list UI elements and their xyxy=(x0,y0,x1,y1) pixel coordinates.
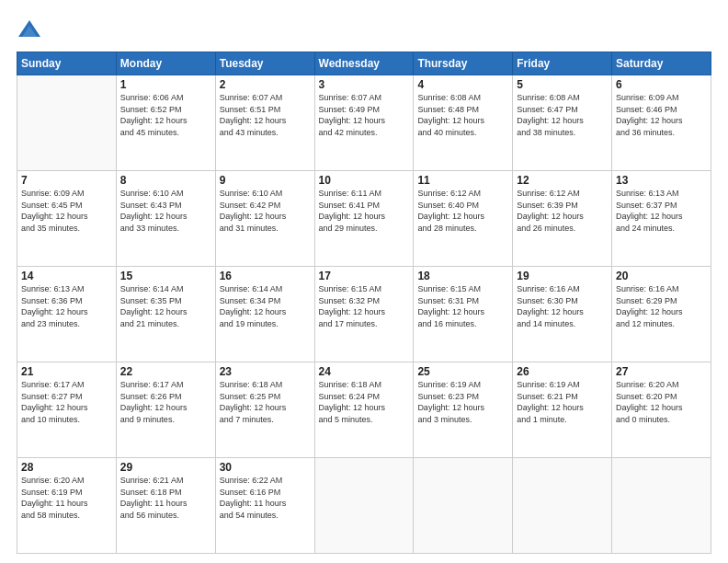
day-info: Sunrise: 6:14 AM Sunset: 6:34 PM Dayligh… xyxy=(220,283,311,329)
day-number: 13 xyxy=(616,174,707,187)
calendar-cell: 23Sunrise: 6:18 AM Sunset: 6:25 PM Dayli… xyxy=(215,362,314,458)
day-info: Sunrise: 6:11 AM Sunset: 6:41 PM Dayligh… xyxy=(319,188,410,234)
week-row-5: 28Sunrise: 6:20 AM Sunset: 6:19 PM Dayli… xyxy=(17,458,711,554)
day-number: 21 xyxy=(21,365,112,378)
day-info: Sunrise: 6:20 AM Sunset: 6:19 PM Dayligh… xyxy=(21,475,112,521)
calendar-cell: 10Sunrise: 6:11 AM Sunset: 6:41 PM Dayli… xyxy=(314,171,414,267)
day-number: 16 xyxy=(220,270,311,282)
day-number: 22 xyxy=(120,365,211,378)
calendar-cell: 8Sunrise: 6:10 AM Sunset: 6:43 PM Daylig… xyxy=(116,171,215,267)
day-number: 3 xyxy=(319,78,410,91)
day-number: 2 xyxy=(220,78,311,91)
day-info: Sunrise: 6:14 AM Sunset: 6:35 PM Dayligh… xyxy=(120,283,211,329)
day-number: 28 xyxy=(21,461,112,474)
calendar-cell xyxy=(414,458,513,554)
header-row: SundayMondayTuesdayWednesdayThursdayFrid… xyxy=(17,52,711,75)
day-info: Sunrise: 6:07 AM Sunset: 6:51 PM Dayligh… xyxy=(220,92,311,138)
day-number: 10 xyxy=(319,174,410,187)
day-info: Sunrise: 6:17 AM Sunset: 6:27 PM Dayligh… xyxy=(21,379,112,425)
calendar-cell: 25Sunrise: 6:19 AM Sunset: 6:23 PM Dayli… xyxy=(414,362,513,458)
calendar-cell: 14Sunrise: 6:13 AM Sunset: 6:36 PM Dayli… xyxy=(17,267,117,362)
day-info: Sunrise: 6:21 AM Sunset: 6:18 PM Dayligh… xyxy=(120,475,211,521)
logo-icon xyxy=(17,17,42,42)
day-number: 26 xyxy=(517,365,608,378)
day-header-saturday: Saturday xyxy=(612,52,711,75)
calendar-cell: 13Sunrise: 6:13 AM Sunset: 6:37 PM Dayli… xyxy=(612,171,711,267)
day-info: Sunrise: 6:09 AM Sunset: 6:46 PM Dayligh… xyxy=(616,92,707,138)
day-info: Sunrise: 6:18 AM Sunset: 6:25 PM Dayligh… xyxy=(220,379,311,425)
day-info: Sunrise: 6:08 AM Sunset: 6:48 PM Dayligh… xyxy=(417,92,508,138)
calendar-cell xyxy=(612,458,711,554)
day-number: 24 xyxy=(319,365,410,378)
day-header-tuesday: Tuesday xyxy=(215,52,314,75)
calendar-cell xyxy=(513,458,612,554)
day-number: 1 xyxy=(120,78,211,91)
day-header-sunday: Sunday xyxy=(17,52,117,75)
week-row-3: 14Sunrise: 6:13 AM Sunset: 6:36 PM Dayli… xyxy=(17,267,711,362)
day-number: 4 xyxy=(417,78,508,91)
calendar-cell: 7Sunrise: 6:09 AM Sunset: 6:45 PM Daylig… xyxy=(17,171,117,267)
day-info: Sunrise: 6:09 AM Sunset: 6:45 PM Dayligh… xyxy=(21,188,112,234)
calendar-cell: 6Sunrise: 6:09 AM Sunset: 6:46 PM Daylig… xyxy=(612,75,711,171)
day-info: Sunrise: 6:19 AM Sunset: 6:21 PM Dayligh… xyxy=(517,379,608,425)
day-number: 12 xyxy=(517,174,608,187)
calendar-cell: 30Sunrise: 6:22 AM Sunset: 6:16 PM Dayli… xyxy=(215,458,314,554)
calendar-cell: 26Sunrise: 6:19 AM Sunset: 6:21 PM Dayli… xyxy=(513,362,612,458)
calendar-cell: 12Sunrise: 6:12 AM Sunset: 6:39 PM Dayli… xyxy=(513,171,612,267)
day-number: 6 xyxy=(616,78,707,91)
week-row-2: 7Sunrise: 6:09 AM Sunset: 6:45 PM Daylig… xyxy=(17,171,711,267)
day-number: 8 xyxy=(120,174,211,187)
day-number: 19 xyxy=(517,270,608,282)
day-info: Sunrise: 6:08 AM Sunset: 6:47 PM Dayligh… xyxy=(517,92,608,138)
day-info: Sunrise: 6:13 AM Sunset: 6:37 PM Dayligh… xyxy=(616,188,707,234)
day-info: Sunrise: 6:20 AM Sunset: 6:20 PM Dayligh… xyxy=(616,379,707,425)
calendar-cell: 2Sunrise: 6:07 AM Sunset: 6:51 PM Daylig… xyxy=(215,75,314,171)
week-row-4: 21Sunrise: 6:17 AM Sunset: 6:27 PM Dayli… xyxy=(17,362,711,458)
day-number: 14 xyxy=(21,270,112,282)
calendar-cell: 4Sunrise: 6:08 AM Sunset: 6:48 PM Daylig… xyxy=(414,75,513,171)
day-number: 23 xyxy=(220,365,311,378)
day-info: Sunrise: 6:17 AM Sunset: 6:26 PM Dayligh… xyxy=(120,379,211,425)
day-number: 30 xyxy=(220,461,311,474)
day-info: Sunrise: 6:06 AM Sunset: 6:52 PM Dayligh… xyxy=(120,92,211,138)
day-info: Sunrise: 6:12 AM Sunset: 6:39 PM Dayligh… xyxy=(517,188,608,234)
day-info: Sunrise: 6:16 AM Sunset: 6:30 PM Dayligh… xyxy=(517,283,608,329)
day-info: Sunrise: 6:13 AM Sunset: 6:36 PM Dayligh… xyxy=(21,283,112,329)
day-number: 11 xyxy=(417,174,508,187)
day-info: Sunrise: 6:12 AM Sunset: 6:40 PM Dayligh… xyxy=(417,188,508,234)
day-number: 7 xyxy=(21,174,112,187)
day-number: 27 xyxy=(616,365,707,378)
calendar-cell: 21Sunrise: 6:17 AM Sunset: 6:27 PM Dayli… xyxy=(17,362,117,458)
calendar-cell: 20Sunrise: 6:16 AM Sunset: 6:29 PM Dayli… xyxy=(612,267,711,362)
logo xyxy=(17,17,46,42)
day-number: 17 xyxy=(319,270,410,282)
day-info: Sunrise: 6:18 AM Sunset: 6:24 PM Dayligh… xyxy=(319,379,410,425)
calendar-cell: 19Sunrise: 6:16 AM Sunset: 6:30 PM Dayli… xyxy=(513,267,612,362)
day-number: 29 xyxy=(120,461,211,474)
page: SundayMondayTuesdayWednesdayThursdayFrid… xyxy=(0,0,728,563)
calendar-cell xyxy=(17,75,117,171)
calendar-cell: 29Sunrise: 6:21 AM Sunset: 6:18 PM Dayli… xyxy=(116,458,215,554)
calendar-cell: 9Sunrise: 6:10 AM Sunset: 6:42 PM Daylig… xyxy=(215,171,314,267)
day-info: Sunrise: 6:10 AM Sunset: 6:42 PM Dayligh… xyxy=(220,188,311,234)
calendar-cell: 22Sunrise: 6:17 AM Sunset: 6:26 PM Dayli… xyxy=(116,362,215,458)
day-number: 18 xyxy=(417,270,508,282)
day-info: Sunrise: 6:10 AM Sunset: 6:43 PM Dayligh… xyxy=(120,188,211,234)
day-header-wednesday: Wednesday xyxy=(314,52,414,75)
calendar-cell: 5Sunrise: 6:08 AM Sunset: 6:47 PM Daylig… xyxy=(513,75,612,171)
calendar-cell: 11Sunrise: 6:12 AM Sunset: 6:40 PM Dayli… xyxy=(414,171,513,267)
calendar-cell: 18Sunrise: 6:15 AM Sunset: 6:31 PM Dayli… xyxy=(414,267,513,362)
day-info: Sunrise: 6:22 AM Sunset: 6:16 PM Dayligh… xyxy=(220,475,311,521)
day-info: Sunrise: 6:16 AM Sunset: 6:29 PM Dayligh… xyxy=(616,283,707,329)
calendar-cell: 3Sunrise: 6:07 AM Sunset: 6:49 PM Daylig… xyxy=(314,75,414,171)
calendar: SundayMondayTuesdayWednesdayThursdayFrid… xyxy=(17,52,711,554)
day-header-monday: Monday xyxy=(116,52,215,75)
calendar-cell: 16Sunrise: 6:14 AM Sunset: 6:34 PM Dayli… xyxy=(215,267,314,362)
day-info: Sunrise: 6:15 AM Sunset: 6:32 PM Dayligh… xyxy=(319,283,410,329)
calendar-cell: 27Sunrise: 6:20 AM Sunset: 6:20 PM Dayli… xyxy=(612,362,711,458)
calendar-cell xyxy=(314,458,414,554)
header xyxy=(17,17,711,42)
calendar-cell: 24Sunrise: 6:18 AM Sunset: 6:24 PM Dayli… xyxy=(314,362,414,458)
day-header-friday: Friday xyxy=(513,52,612,75)
calendar-cell: 28Sunrise: 6:20 AM Sunset: 6:19 PM Dayli… xyxy=(17,458,117,554)
